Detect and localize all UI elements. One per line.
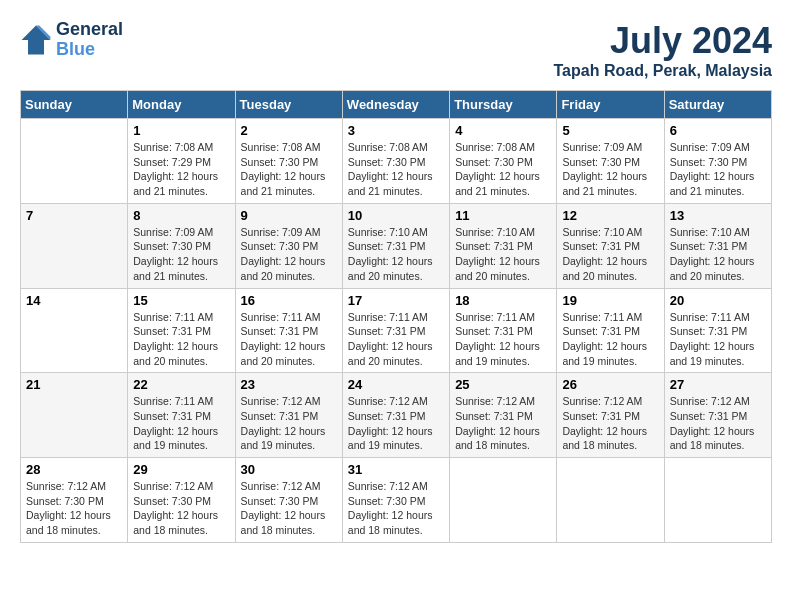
table-row: 12Sunrise: 7:10 AMSunset: 7:31 PMDayligh… bbox=[557, 203, 664, 288]
table-row: 16Sunrise: 7:11 AMSunset: 7:31 PMDayligh… bbox=[235, 288, 342, 373]
day-info: Sunrise: 7:09 AMSunset: 7:30 PMDaylight:… bbox=[133, 225, 229, 284]
table-row: 15Sunrise: 7:11 AMSunset: 7:31 PMDayligh… bbox=[128, 288, 235, 373]
table-row: 31Sunrise: 7:12 AMSunset: 7:30 PMDayligh… bbox=[342, 458, 449, 543]
day-number: 16 bbox=[241, 293, 337, 308]
calendar-week-row: 28Sunrise: 7:12 AMSunset: 7:30 PMDayligh… bbox=[21, 458, 772, 543]
table-row: 24Sunrise: 7:12 AMSunset: 7:31 PMDayligh… bbox=[342, 373, 449, 458]
table-row: 14 bbox=[21, 288, 128, 373]
day-number: 20 bbox=[670, 293, 766, 308]
col-saturday: Saturday bbox=[664, 91, 771, 119]
day-info: Sunrise: 7:08 AMSunset: 7:30 PMDaylight:… bbox=[241, 140, 337, 199]
day-number: 28 bbox=[26, 462, 122, 477]
day-info: Sunrise: 7:11 AMSunset: 7:31 PMDaylight:… bbox=[133, 310, 229, 369]
table-row bbox=[450, 458, 557, 543]
logo-text: General Blue bbox=[56, 20, 123, 60]
table-row: 20Sunrise: 7:11 AMSunset: 7:31 PMDayligh… bbox=[664, 288, 771, 373]
day-info: Sunrise: 7:10 AMSunset: 7:31 PMDaylight:… bbox=[562, 225, 658, 284]
day-info: Sunrise: 7:12 AMSunset: 7:31 PMDaylight:… bbox=[241, 394, 337, 453]
svg-marker-0 bbox=[22, 25, 51, 54]
day-number: 21 bbox=[26, 377, 122, 392]
day-info: Sunrise: 7:09 AMSunset: 7:30 PMDaylight:… bbox=[670, 140, 766, 199]
col-thursday: Thursday bbox=[450, 91, 557, 119]
day-info: Sunrise: 7:10 AMSunset: 7:31 PMDaylight:… bbox=[670, 225, 766, 284]
calendar-week-row: 78Sunrise: 7:09 AMSunset: 7:30 PMDayligh… bbox=[21, 203, 772, 288]
day-info: Sunrise: 7:11 AMSunset: 7:31 PMDaylight:… bbox=[241, 310, 337, 369]
page-header: General Blue July 2024 Tapah Road, Perak… bbox=[20, 20, 772, 80]
calendar-week-row: 1415Sunrise: 7:11 AMSunset: 7:31 PMDayli… bbox=[21, 288, 772, 373]
day-number: 26 bbox=[562, 377, 658, 392]
calendar-week-row: 2122Sunrise: 7:11 AMSunset: 7:31 PMDayli… bbox=[21, 373, 772, 458]
table-row: 6Sunrise: 7:09 AMSunset: 7:30 PMDaylight… bbox=[664, 119, 771, 204]
col-tuesday: Tuesday bbox=[235, 91, 342, 119]
day-info: Sunrise: 7:12 AMSunset: 7:31 PMDaylight:… bbox=[670, 394, 766, 453]
day-number: 4 bbox=[455, 123, 551, 138]
day-info: Sunrise: 7:11 AMSunset: 7:31 PMDaylight:… bbox=[348, 310, 444, 369]
calendar-header-row: Sunday Monday Tuesday Wednesday Thursday… bbox=[21, 91, 772, 119]
day-number: 3 bbox=[348, 123, 444, 138]
col-monday: Monday bbox=[128, 91, 235, 119]
table-row: 28Sunrise: 7:12 AMSunset: 7:30 PMDayligh… bbox=[21, 458, 128, 543]
table-row: 19Sunrise: 7:11 AMSunset: 7:31 PMDayligh… bbox=[557, 288, 664, 373]
table-row: 9Sunrise: 7:09 AMSunset: 7:30 PMDaylight… bbox=[235, 203, 342, 288]
col-sunday: Sunday bbox=[21, 91, 128, 119]
table-row: 3Sunrise: 7:08 AMSunset: 7:30 PMDaylight… bbox=[342, 119, 449, 204]
table-row: 18Sunrise: 7:11 AMSunset: 7:31 PMDayligh… bbox=[450, 288, 557, 373]
table-row: 1Sunrise: 7:08 AMSunset: 7:29 PMDaylight… bbox=[128, 119, 235, 204]
day-number: 10 bbox=[348, 208, 444, 223]
day-info: Sunrise: 7:12 AMSunset: 7:31 PMDaylight:… bbox=[348, 394, 444, 453]
logo-icon bbox=[20, 24, 52, 56]
month-year: July 2024 bbox=[554, 20, 772, 62]
table-row: 10Sunrise: 7:10 AMSunset: 7:31 PMDayligh… bbox=[342, 203, 449, 288]
day-info: Sunrise: 7:08 AMSunset: 7:30 PMDaylight:… bbox=[348, 140, 444, 199]
table-row: 26Sunrise: 7:12 AMSunset: 7:31 PMDayligh… bbox=[557, 373, 664, 458]
table-row: 7 bbox=[21, 203, 128, 288]
day-number: 25 bbox=[455, 377, 551, 392]
table-row: 25Sunrise: 7:12 AMSunset: 7:31 PMDayligh… bbox=[450, 373, 557, 458]
day-info: Sunrise: 7:12 AMSunset: 7:30 PMDaylight:… bbox=[133, 479, 229, 538]
day-number: 23 bbox=[241, 377, 337, 392]
day-number: 19 bbox=[562, 293, 658, 308]
day-number: 15 bbox=[133, 293, 229, 308]
table-row: 17Sunrise: 7:11 AMSunset: 7:31 PMDayligh… bbox=[342, 288, 449, 373]
day-number: 2 bbox=[241, 123, 337, 138]
day-info: Sunrise: 7:09 AMSunset: 7:30 PMDaylight:… bbox=[241, 225, 337, 284]
day-number: 5 bbox=[562, 123, 658, 138]
table-row: 29Sunrise: 7:12 AMSunset: 7:30 PMDayligh… bbox=[128, 458, 235, 543]
day-number: 8 bbox=[133, 208, 229, 223]
day-number: 18 bbox=[455, 293, 551, 308]
day-number: 27 bbox=[670, 377, 766, 392]
day-info: Sunrise: 7:11 AMSunset: 7:31 PMDaylight:… bbox=[670, 310, 766, 369]
logo: General Blue bbox=[20, 20, 123, 60]
title-block: July 2024 Tapah Road, Perak, Malaysia bbox=[554, 20, 772, 80]
table-row: 21 bbox=[21, 373, 128, 458]
day-info: Sunrise: 7:08 AMSunset: 7:29 PMDaylight:… bbox=[133, 140, 229, 199]
table-row: 13Sunrise: 7:10 AMSunset: 7:31 PMDayligh… bbox=[664, 203, 771, 288]
day-info: Sunrise: 7:12 AMSunset: 7:30 PMDaylight:… bbox=[241, 479, 337, 538]
day-number: 14 bbox=[26, 293, 122, 308]
col-wednesday: Wednesday bbox=[342, 91, 449, 119]
day-number: 13 bbox=[670, 208, 766, 223]
day-info: Sunrise: 7:12 AMSunset: 7:30 PMDaylight:… bbox=[348, 479, 444, 538]
day-number: 24 bbox=[348, 377, 444, 392]
day-number: 12 bbox=[562, 208, 658, 223]
day-info: Sunrise: 7:12 AMSunset: 7:31 PMDaylight:… bbox=[562, 394, 658, 453]
day-number: 6 bbox=[670, 123, 766, 138]
day-number: 9 bbox=[241, 208, 337, 223]
table-row: 11Sunrise: 7:10 AMSunset: 7:31 PMDayligh… bbox=[450, 203, 557, 288]
day-number: 30 bbox=[241, 462, 337, 477]
table-row: 8Sunrise: 7:09 AMSunset: 7:30 PMDaylight… bbox=[128, 203, 235, 288]
table-row: 30Sunrise: 7:12 AMSunset: 7:30 PMDayligh… bbox=[235, 458, 342, 543]
day-info: Sunrise: 7:11 AMSunset: 7:31 PMDaylight:… bbox=[133, 394, 229, 453]
day-info: Sunrise: 7:12 AMSunset: 7:30 PMDaylight:… bbox=[26, 479, 122, 538]
table-row: 27Sunrise: 7:12 AMSunset: 7:31 PMDayligh… bbox=[664, 373, 771, 458]
day-info: Sunrise: 7:10 AMSunset: 7:31 PMDaylight:… bbox=[348, 225, 444, 284]
day-number: 11 bbox=[455, 208, 551, 223]
table-row: 2Sunrise: 7:08 AMSunset: 7:30 PMDaylight… bbox=[235, 119, 342, 204]
day-info: Sunrise: 7:11 AMSunset: 7:31 PMDaylight:… bbox=[562, 310, 658, 369]
table-row: 5Sunrise: 7:09 AMSunset: 7:30 PMDaylight… bbox=[557, 119, 664, 204]
col-friday: Friday bbox=[557, 91, 664, 119]
calendar-week-row: 1Sunrise: 7:08 AMSunset: 7:29 PMDaylight… bbox=[21, 119, 772, 204]
day-info: Sunrise: 7:12 AMSunset: 7:31 PMDaylight:… bbox=[455, 394, 551, 453]
day-info: Sunrise: 7:11 AMSunset: 7:31 PMDaylight:… bbox=[455, 310, 551, 369]
location: Tapah Road, Perak, Malaysia bbox=[554, 62, 772, 80]
